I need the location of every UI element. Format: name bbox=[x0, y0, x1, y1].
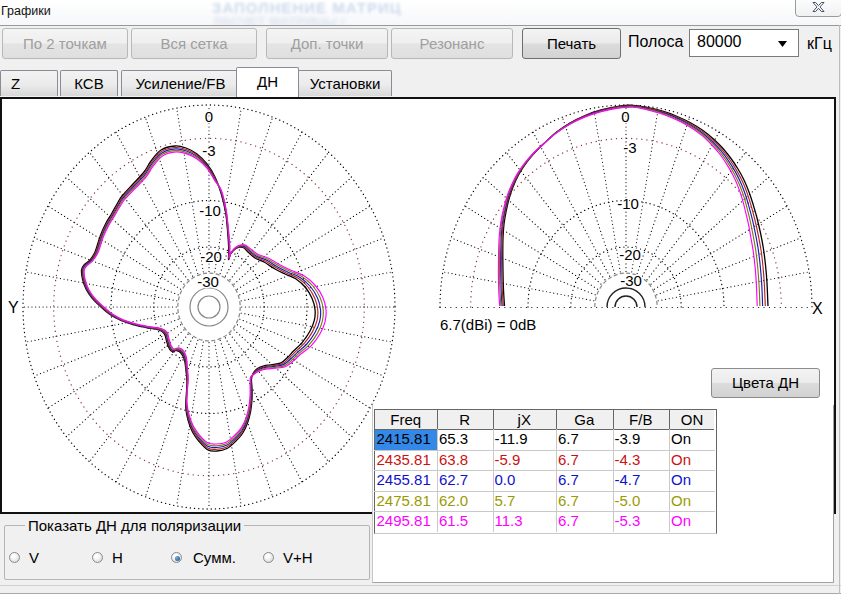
svg-text:-30: -30 bbox=[197, 273, 219, 290]
svg-text:-20: -20 bbox=[200, 248, 222, 265]
svg-text:X: X bbox=[812, 300, 823, 317]
svg-text:-10: -10 bbox=[199, 202, 221, 219]
svg-text:Y: Y bbox=[8, 299, 19, 316]
svg-text:6.7(dBi) = 0dB: 6.7(dBi) = 0dB bbox=[440, 316, 536, 333]
svg-text:-10: -10 bbox=[617, 195, 639, 212]
svg-text:-3: -3 bbox=[623, 139, 636, 156]
svg-text:-20: -20 bbox=[619, 246, 641, 263]
svg-text:-30: -30 bbox=[620, 272, 642, 289]
svg-text:-3: -3 bbox=[202, 142, 215, 159]
svg-text:0: 0 bbox=[621, 108, 629, 125]
svg-text:0: 0 bbox=[205, 108, 213, 125]
